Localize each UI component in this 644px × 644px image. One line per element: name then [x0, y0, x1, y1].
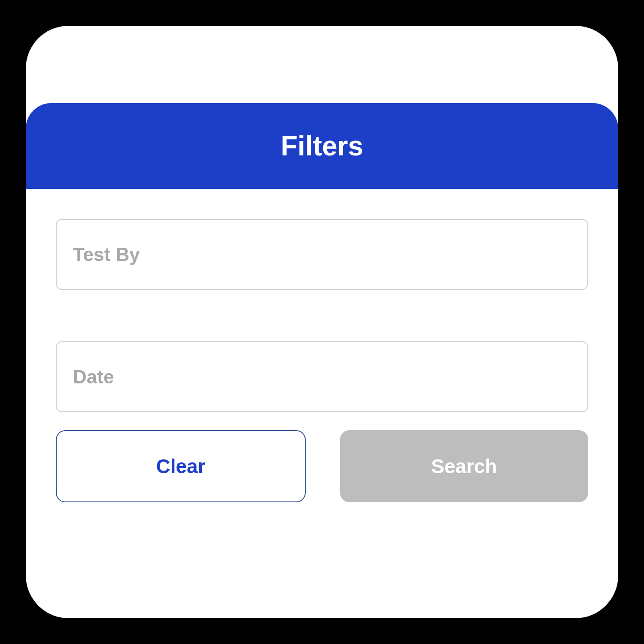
test-by-field-wrapper	[56, 219, 588, 290]
date-field-wrapper	[56, 341, 588, 412]
filters-header: Filters	[26, 103, 618, 189]
clear-button[interactable]: Clear	[56, 430, 306, 502]
filters-form: Clear Search	[56, 219, 588, 502]
filters-title: Filters	[281, 130, 363, 162]
date-input[interactable]	[56, 341, 588, 412]
search-button[interactable]: Search	[340, 430, 588, 502]
test-by-input[interactable]	[56, 219, 588, 290]
button-row: Clear Search	[56, 430, 588, 502]
filters-card: Filters Clear Search	[26, 26, 618, 618]
